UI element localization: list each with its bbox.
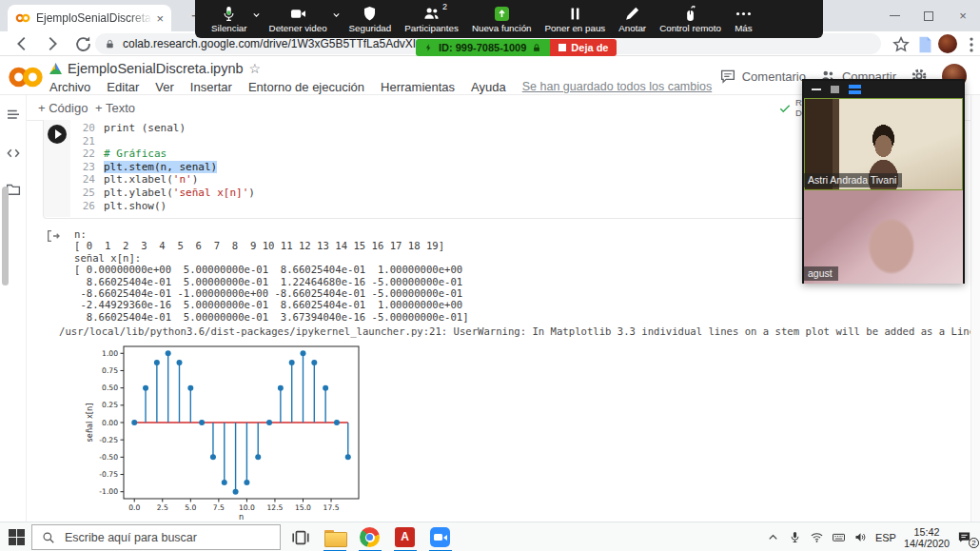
search-icon [42,531,55,544]
colab-favicon [15,12,30,24]
code-line: 23plt.stem(n, senal) [70,161,255,174]
add-text-button[interactable]: + Texto [95,101,135,115]
table-of-contents-icon[interactable] [5,107,22,124]
bookmark-star-icon[interactable] [891,34,911,55]
gallery-view-icon[interactable] [849,85,861,94]
stop-share-button[interactable]: Deja de [550,39,617,56]
svg-text:señal x[n]: señal x[n] [85,403,94,443]
zoom-app-icon[interactable] [430,527,451,548]
menu-insertar[interactable]: Insertar [190,80,232,94]
browser-tab[interactable]: EjemploSenialDiscreta.ipynb - Co × [8,5,171,31]
menu-editar[interactable]: Editar [107,80,139,94]
output-line: [ 0.00000000e+00 5.00000000e-01 8.660254… [74,264,469,275]
zoom-button-label: Control remoto [659,23,721,33]
browser-profile-avatar[interactable] [938,34,957,53]
code-line: 21 [70,135,255,148]
start-button[interactable] [9,529,25,545]
zoom-anotar-button[interactable]: Anotar [612,0,653,38]
action-center-icon[interactable]: 2 [957,530,974,545]
zoom-button-label: Más [735,23,753,33]
back-icon[interactable] [11,33,32,54]
line-number: 21 [70,135,95,148]
menu-ver[interactable]: Ver [155,80,174,94]
scrollbar-thumb[interactable] [2,187,9,285]
zoom-window-maximize-icon[interactable] [831,86,839,93]
code-token: plt.show() [104,200,167,213]
taskbar-search-input[interactable]: Escribe aquí para buscar [31,524,281,550]
svg-text:-1.00: -1.00 [99,487,118,496]
tray-expand-chevron-icon[interactable] [766,530,780,544]
pause-icon [566,5,584,23]
participants-count-badge: 2 [442,2,447,11]
stop-square-icon [559,44,566,51]
taskbar-clock[interactable]: 15:42 14/4/2020 [904,526,950,549]
saved-status[interactable]: Se han guardado todos los cambios [522,80,712,94]
tray-wifi-icon[interactable] [810,530,824,544]
acrobat-icon[interactable]: A [395,527,416,548]
zoom-silenciar-button[interactable]: Silenciar [205,0,254,38]
zoom-button-label: Detener video [269,23,327,33]
zoom-poner-en-paus-button[interactable]: Poner en paus [539,0,613,38]
drive-icon [49,63,62,74]
output-line: -2.44929360e-16 5.00000000e-01 8.6602540… [74,299,469,310]
comment-button[interactable]: Comentario [719,68,806,85]
code-token: plt.ylabel( [104,187,173,200]
tray-touch-keyboard-icon[interactable] [832,530,846,544]
code-line: 24plt.xlabel('n') [70,173,255,187]
browser-menu-kebab-icon[interactable] [961,34,980,55]
video-tile-astri[interactable]: Astri Andrada Tivani [804,98,963,190]
svg-text:0.0: 0.0 [128,503,140,512]
chevron-down-icon[interactable] [250,8,263,20]
code-editor[interactable]: 20print (senal)2122# Gráficas23plt.stem(… [70,122,255,212]
zoom-control-remoto-button[interactable]: Control remoto [653,0,728,38]
task-view-icon[interactable] [290,527,311,548]
language-indicator[interactable]: ESP [875,532,896,543]
run-cell-button[interactable] [48,125,67,144]
reload-icon[interactable] [72,33,93,54]
svg-text:7.5: 7.5 [213,503,225,512]
menu-archivo[interactable]: Archivo [49,80,90,94]
svg-text:15.0: 15.0 [295,503,311,512]
zoom-nueva-funci-n-button[interactable]: Nueva función [465,0,539,38]
tab-close-icon[interactable]: × [156,11,164,26]
page-scrollbar[interactable] [970,95,980,521]
chevron-down-icon[interactable] [330,8,343,20]
code-snippets-icon[interactable] [5,145,22,162]
window-close-button[interactable]: × [946,0,980,31]
window-restore-button[interactable] [911,0,946,31]
zoom-detener-video-button[interactable]: Detener video [263,0,334,38]
cell-gutter [44,120,70,217]
svg-text:0.50: 0.50 [102,384,118,392]
star-notebook-icon[interactable]: ☆ [249,61,262,76]
cell-output-icon [46,228,61,244]
extension-doc-icon[interactable] [914,34,935,55]
forward-icon[interactable] [42,33,63,54]
tray-microphone-icon[interactable] [788,530,802,544]
chrome-taskbar-icon[interactable] [360,527,381,548]
menu-ayuda[interactable]: Ayuda [471,80,506,94]
tray-speaker-icon[interactable] [853,530,868,544]
screen: EjemploSenialDiscreta.ipynb - Co × + × c… [0,0,980,551]
zoom-seguridad-button[interactable]: Seguridad [343,0,399,38]
output-line: n: [74,228,469,240]
file-explorer-icon[interactable] [324,527,345,548]
zoom-m-s-button[interactable]: Más [728,0,759,38]
zoom-window-minimize-icon[interactable] [812,89,821,90]
notebook-title[interactable]: EjemploSenialDiscreta.ipynb [68,61,244,76]
window-minimize-button[interactable] [877,0,911,31]
menu-entorno-de-ejecuci-n[interactable]: Entorno de ejecución [248,80,364,94]
zoom-window-titlebar[interactable] [804,81,963,98]
zoom-meeting-toolbar: SilenciarDetener videoSeguridad2Particip… [195,0,823,38]
zoom-video-window[interactable]: Astri Andrada Tivani agust [802,79,965,284]
code-token: ) [248,187,255,200]
code-token: 'n' [173,173,192,187]
zoom-participantes-button[interactable]: 2Participantes [398,0,465,38]
svg-text:17.5: 17.5 [323,503,340,512]
svg-text:10.0: 10.0 [239,503,255,512]
stem-plot-figure: -1.00-0.75-0.50-0.250.000.250.500.751.00… [81,339,376,520]
output-line: -8.66025404e-01 -1.00000000e+00 -8.66025… [74,287,469,299]
add-code-button[interactable]: + Código [38,101,88,115]
video-tile-agust[interactable]: agust [804,190,963,284]
menu-herramientas[interactable]: Herramientas [381,80,455,94]
line-number: 26 [70,200,95,213]
